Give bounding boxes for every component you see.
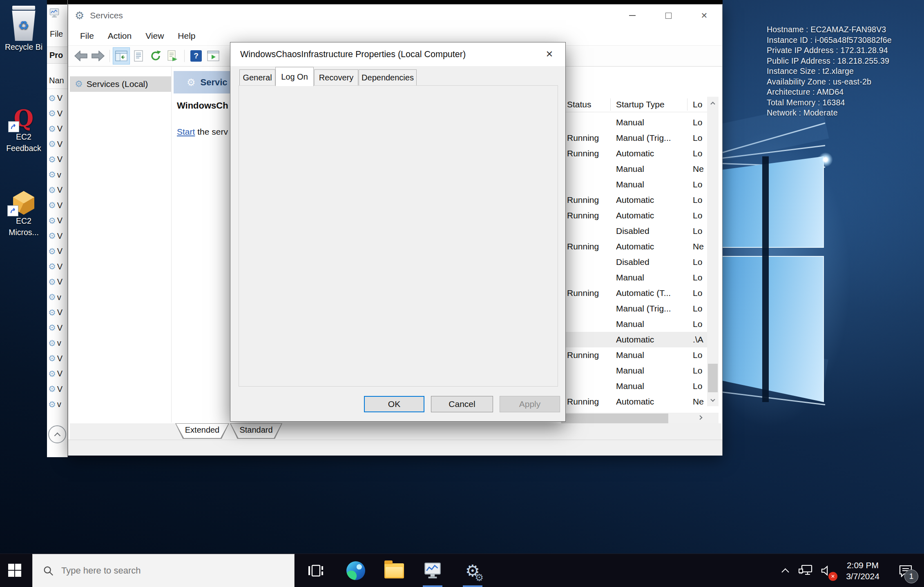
service-row[interactable]: Manual Lo — [561, 316, 707, 332]
service-row[interactable]: Manual Lo — [561, 378, 707, 394]
desktop-icon-recycle-bin[interactable]: ♻ Recycle Bi — [0, 6, 47, 52]
start-service-link[interactable]: Start — [177, 127, 195, 136]
service-row[interactable]: Manual Lo — [561, 177, 707, 192]
minimize-button[interactable] — [614, 4, 650, 27]
taskbar-search[interactable] — [32, 554, 295, 587]
menu-item[interactable]: Help — [171, 31, 202, 41]
background-service-row[interactable]: ⚙ V — [47, 182, 67, 198]
background-window-file-menu[interactable]: File — [50, 29, 63, 39]
column-header-status[interactable]: Status — [567, 97, 591, 112]
action-center-button[interactable]: 1 — [891, 554, 921, 587]
properties-button[interactable] — [130, 47, 147, 64]
network-tray-button[interactable] — [796, 554, 816, 587]
tree-item-services-local[interactable]: ⚙ Services (Local) — [70, 76, 171, 92]
start-service-button[interactable] — [205, 47, 222, 64]
close-button[interactable]: ✕ — [686, 4, 722, 27]
dialog-titlebar[interactable]: WindowsChaosInfrastructure Properties (L… — [230, 42, 565, 66]
background-service-row[interactable]: ⚙ v — [47, 167, 67, 183]
vertical-scrollbar[interactable] — [707, 97, 719, 406]
service-row[interactable]: Running Manual (Trig... Lo — [561, 130, 707, 146]
tab-general[interactable]: General — [239, 69, 275, 86]
background-service-row[interactable]: ⚙ V — [47, 121, 67, 137]
service-row[interactable]: Manual (Trig... Lo — [561, 301, 707, 316]
show-console-tree-button[interactable] — [113, 47, 130, 64]
background-window-toolbar[interactable]: Pro — [47, 47, 67, 64]
menu-item[interactable]: File — [73, 31, 101, 41]
service-row[interactable]: Running Automatic (T... Lo — [561, 285, 707, 301]
background-window[interactable]: File Pro Nan ⚙ V ⚙ V ⚙ V — [47, 0, 68, 457]
service-row[interactable]: Manual Lo — [561, 363, 707, 378]
background-service-row[interactable]: ⚙ V — [47, 274, 67, 290]
background-service-row[interactable]: ⚙ V — [47, 259, 67, 275]
desktop-icon-ec2-microsoft[interactable]: EC2 Micros... — [0, 191, 47, 238]
search-input[interactable] — [61, 565, 274, 576]
background-service-row[interactable]: ⚙ V — [47, 106, 67, 122]
apply-button[interactable]: Apply — [500, 396, 560, 412]
scrollbar-thumb[interactable] — [561, 414, 668, 423]
service-row[interactable]: Disabled Lo — [561, 223, 707, 239]
services-titlebar[interactable]: ⚙ Services ✕ — [68, 4, 722, 27]
background-service-row[interactable]: ⚙ V — [47, 137, 67, 152]
column-header-startup-type[interactable]: Startup Type — [616, 97, 665, 112]
ok-button[interactable]: OK — [364, 396, 424, 412]
taskbar-clock[interactable]: 2:09 PM 3/7/2024 — [838, 554, 887, 587]
tab-dependencies[interactable]: Dependencies — [359, 69, 417, 86]
horizontal-scrollbar[interactable] — [561, 413, 707, 424]
service-row[interactable]: Disabled Lo — [561, 254, 707, 270]
tab-recovery[interactable]: Recovery — [314, 69, 358, 86]
refresh-button[interactable] — [147, 47, 164, 64]
performance-monitor-button[interactable] — [419, 554, 446, 587]
background-service-row[interactable]: ⚙ V — [47, 305, 67, 320]
background-window-name-column[interactable]: Nan — [47, 73, 67, 89]
tab-extended[interactable]: Extended — [175, 423, 229, 439]
background-service-row[interactable]: ⚙ V — [47, 351, 67, 367]
service-row[interactable]: Manual Ne — [561, 161, 707, 177]
tab-log-on[interactable]: Log On — [275, 67, 314, 86]
back-button[interactable] — [72, 47, 89, 64]
background-service-row[interactable]: ⚙ V — [47, 91, 67, 106]
scroll-right-arrow[interactable] — [695, 413, 707, 424]
help-button[interactable]: ? — [187, 47, 205, 64]
maximize-button[interactable] — [650, 4, 686, 27]
column-separator[interactable] — [610, 98, 611, 111]
service-row[interactable]: Running Automatic Lo — [561, 146, 707, 161]
background-service-row[interactable]: ⚙ V — [47, 320, 67, 336]
desktop-icon-ec2-feedback[interactable]: Q EC2 Feedback — [0, 105, 47, 153]
service-row[interactable]: Automatic .\A — [561, 332, 707, 347]
background-service-row[interactable]: ⚙ v — [47, 336, 67, 351]
background-service-row[interactable]: ⚙ V — [47, 382, 67, 397]
file-explorer-button[interactable] — [381, 554, 408, 587]
background-service-row[interactable]: ⚙ v — [47, 290, 67, 305]
tray-expand-button[interactable] — [776, 554, 794, 587]
scroll-up-button[interactable] — [48, 425, 66, 443]
service-row[interactable]: Running Automatic Ne — [561, 394, 707, 409]
start-button[interactable] — [0, 554, 30, 587]
service-row[interactable]: Running Manual Lo — [561, 347, 707, 363]
service-row[interactable]: Running Automatic Lo — [561, 192, 707, 208]
background-service-row[interactable]: ⚙ V — [47, 366, 67, 382]
column-separator[interactable] — [687, 98, 687, 111]
services-taskbar-button[interactable]: ⚙ ⚙ — [458, 554, 487, 587]
edge-browser-button[interactable] — [341, 554, 370, 587]
tab-standard[interactable]: Standard — [230, 423, 282, 439]
background-service-row[interactable]: ⚙ V — [47, 198, 67, 213]
scroll-up-arrow[interactable] — [707, 97, 719, 109]
background-service-row[interactable]: ⚙ V — [47, 213, 67, 229]
service-row[interactable]: Running Automatic Ne — [561, 239, 707, 254]
menu-item[interactable]: View — [138, 31, 171, 41]
background-service-row[interactable]: ⚙ V — [47, 244, 67, 259]
background-service-row[interactable]: ⚙ V — [47, 229, 67, 244]
volume-tray-button[interactable]: ✕ — [817, 554, 838, 587]
dialog-close-button[interactable]: ✕ — [533, 42, 565, 66]
background-service-row[interactable]: ⚙ v — [47, 397, 67, 412]
service-row[interactable]: Running Automatic Lo — [561, 208, 707, 223]
background-service-row[interactable]: ⚙ V — [47, 152, 67, 167]
column-header-log-on-as[interactable]: Lo — [693, 97, 702, 112]
forward-button[interactable] — [89, 47, 107, 64]
scrollbar-thumb[interactable] — [708, 364, 718, 392]
scroll-down-arrow[interactable] — [707, 394, 719, 406]
cancel-button[interactable]: Cancel — [431, 396, 493, 412]
service-row[interactable]: Manual Lo — [561, 270, 707, 285]
export-list-button[interactable] — [164, 47, 181, 64]
menu-item[interactable]: Action — [101, 31, 138, 41]
